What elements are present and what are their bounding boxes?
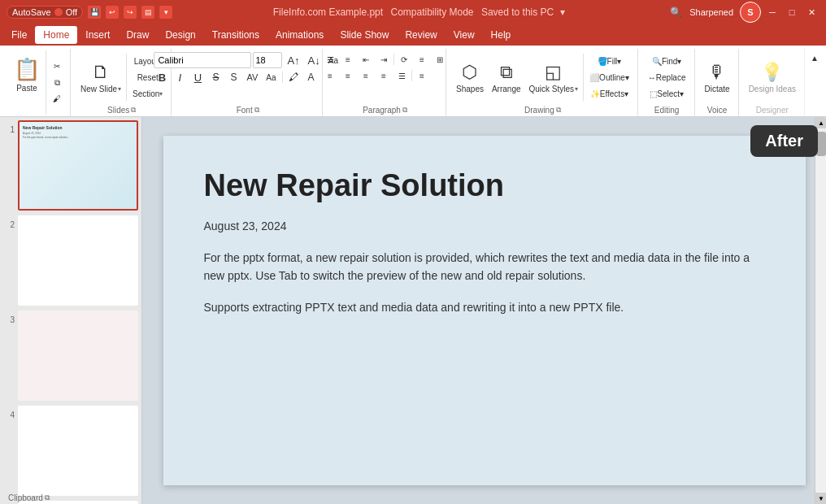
designer-group: 💡 Design Ideas Designer <box>741 49 805 116</box>
align-left-button[interactable]: ≡ <box>322 68 338 83</box>
undo-icon[interactable]: ↩ <box>106 6 119 19</box>
slide-para-1: For the pptx format, a new repair soluti… <box>204 249 765 285</box>
scroll-up-button[interactable]: ▲ <box>815 117 826 128</box>
slide-3-number: 3 <box>3 315 15 324</box>
search-button[interactable]: 🔍 <box>665 2 686 23</box>
after-badge: After <box>750 125 818 157</box>
minimize-button[interactable]: ─ <box>764 4 780 20</box>
arrange-button[interactable]: ⧉ Arrange <box>489 53 524 102</box>
font-expand-icon[interactable]: ⧉ <box>254 106 259 115</box>
shape-effects-button[interactable]: ✨ Effects ▾ <box>586 86 633 101</box>
slides-expand-icon[interactable]: ⧉ <box>131 106 136 115</box>
menu-review[interactable]: Review <box>397 26 445 44</box>
quick-styles-icon: ◱ <box>545 62 562 83</box>
save-icon[interactable]: 💾 <box>88 6 101 19</box>
shadow-button[interactable]: S <box>225 70 241 85</box>
title-bar: AutoSave Off 💾 ↩ ↪ ▤ ▾ FileInfo.com Exam… <box>0 0 826 24</box>
clipboard-expand-icon[interactable]: ⧉ <box>45 493 50 502</box>
dictate-icon: 🎙 <box>708 62 726 83</box>
menu-home[interactable]: Home <box>35 26 77 44</box>
quick-styles-button[interactable]: ◱ Quick Styles ▾ <box>526 53 582 102</box>
shape-fill-button[interactable]: 🪣 Fill ▾ <box>586 54 633 68</box>
section-button[interactable]: Section ▾ <box>129 86 166 101</box>
char-spacing-button[interactable]: AV <box>243 70 261 85</box>
menu-draw[interactable]: Draw <box>118 26 157 44</box>
drawing-label: Drawing ⧉ <box>524 104 561 115</box>
close-button[interactable]: ✕ <box>803 4 819 20</box>
drawing-content: ⬡ Shapes ⧉ Arrange ◱ Quick Styles ▾ 🪣 Fi… <box>453 50 633 104</box>
dropdown-icon[interactable]: ▾ <box>159 6 172 19</box>
maximize-button[interactable]: □ <box>784 4 800 20</box>
design-ideas-icon: 💡 <box>761 62 783 83</box>
drawing-group: ⬡ Shapes ⧉ Arrange ◱ Quick Styles ▾ 🪣 Fi… <box>448 49 638 116</box>
numbering-button[interactable]: ≡ <box>340 52 356 67</box>
menu-view[interactable]: View <box>446 26 483 44</box>
new-slide-button[interactable]: 🗋 New Slide ▾ <box>77 53 124 102</box>
menu-design[interactable]: Design <box>157 26 203 44</box>
scroll-down-button[interactable]: ▼ <box>815 493 826 504</box>
paste-button[interactable]: 📋 Paste <box>8 50 46 99</box>
format-painter-icon: 🖌 <box>53 94 61 103</box>
autosave-toggle[interactable]: AutoSave Off <box>7 6 83 19</box>
font-group: A↑ A↓ Aa B I U S S AV Aa 🖍 A <box>173 49 323 116</box>
menu-help[interactable]: Help <box>483 26 520 44</box>
change-case-button[interactable]: Aa <box>263 70 279 85</box>
bold-button[interactable]: B <box>154 70 170 85</box>
menu-animations[interactable]: Animations <box>267 26 332 44</box>
format-painter-button[interactable]: 🖌 <box>49 92 65 106</box>
increase-indent-button[interactable]: ⇥ <box>376 52 392 67</box>
bullets-button[interactable]: ☰ <box>322 52 338 67</box>
line-spacing-button[interactable]: ≡ <box>414 68 430 83</box>
design-ideas-button[interactable]: 💡 Design Ideas <box>746 53 799 102</box>
select-button[interactable]: ⬚ Select ▾ <box>645 86 689 101</box>
strikethrough-button[interactable]: S <box>207 70 224 85</box>
collapse-ribbon-button[interactable]: ▲ <box>806 50 823 65</box>
increase-font-button[interactable]: A↑ <box>284 53 302 67</box>
decrease-font-button[interactable]: A↓ <box>305 53 324 67</box>
paragraph-content: ☰ ≡ ⇤ ⇥ ⟳ ≡ ⊞ ≡ ≡ ≡ ≡ ☰ ≡ <box>322 50 448 83</box>
present-icon[interactable]: ▤ <box>141 6 154 19</box>
justify-button[interactable]: ≡ <box>376 68 392 83</box>
align-center-button[interactable]: ≡ <box>340 68 356 83</box>
font-size-input[interactable] <box>253 52 282 68</box>
menu-file[interactable]: File <box>3 26 35 44</box>
find-button[interactable]: 🔍 Find ▾ <box>645 54 689 68</box>
user-avatar[interactable]: S <box>740 2 761 23</box>
decrease-indent-button[interactable]: ⇤ <box>358 52 374 67</box>
columns-button[interactable]: ☰ <box>393 68 410 83</box>
copy-button[interactable]: ⧉ <box>49 76 65 90</box>
font-color-button[interactable]: A <box>303 70 320 85</box>
slide-3-container: 3 <box>3 311 138 401</box>
smartart-button[interactable]: ⊞ <box>432 52 448 67</box>
font-color-icon: A <box>308 72 315 83</box>
dictate-button[interactable]: 🎙 Dictate <box>702 53 733 102</box>
slide-2-container: 2 <box>3 215 138 306</box>
text-direction-button[interactable]: ⟳ <box>396 52 412 67</box>
menu-slideshow[interactable]: Slide Show <box>332 26 397 44</box>
font-content: A↑ A↓ Aa B I U S S AV Aa 🖍 A <box>154 50 341 85</box>
align-text-button[interactable]: ≡ <box>414 52 430 67</box>
paragraph-expand-icon[interactable]: ⧉ <box>402 106 407 115</box>
shapes-button[interactable]: ⬡ Shapes <box>453 53 487 102</box>
slide-3-thumb[interactable] <box>18 311 138 401</box>
drawing-expand-icon[interactable]: ⧉ <box>556 106 561 115</box>
slide-main-content: New Repair Solution August 23, 2024 For … <box>163 136 806 362</box>
menu-insert[interactable]: Insert <box>77 26 118 44</box>
slide-1-thumb[interactable]: New Repair Solution August 23, 2024 For … <box>18 120 138 211</box>
underline-button[interactable]: U <box>189 70 206 85</box>
redo-icon[interactable]: ↪ <box>124 6 137 19</box>
autosave-dot <box>54 8 63 16</box>
autosave-state: Off <box>66 7 77 17</box>
slide-canvas[interactable]: New Repair Solution August 23, 2024 For … <box>163 136 806 485</box>
align-right-button[interactable]: ≡ <box>358 68 374 83</box>
replace-button[interactable]: ↔ Replace <box>645 70 689 85</box>
font-name-input[interactable] <box>154 52 251 68</box>
highlight-button[interactable]: 🖍 <box>285 70 302 85</box>
menu-transitions[interactable]: Transitions <box>204 26 267 44</box>
slide-4-thumb[interactable] <box>18 406 138 496</box>
cut-button[interactable]: ✂ <box>49 59 65 74</box>
italic-button[interactable]: I <box>172 70 188 85</box>
shape-outline-button[interactable]: ⬜ Outline ▾ <box>586 70 633 85</box>
slide-2-thumb[interactable] <box>18 215 138 306</box>
scroll-track <box>815 128 826 493</box>
